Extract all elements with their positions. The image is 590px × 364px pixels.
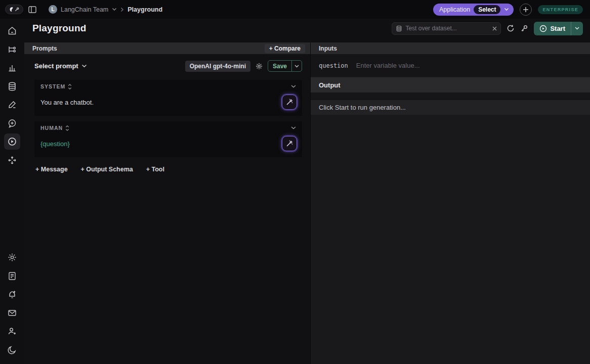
page-header: Playground bbox=[24, 19, 590, 38]
langsmith-logo[interactable] bbox=[5, 5, 23, 14]
model-badge[interactable]: OpenAI gpt-4o-mini bbox=[185, 61, 250, 72]
page-title: Playground bbox=[32, 23, 87, 34]
clear-x-icon[interactable] bbox=[492, 26, 497, 31]
sidebar-item-deployments[interactable] bbox=[4, 152, 20, 168]
application-select[interactable]: Application Select bbox=[433, 4, 514, 16]
message-card-human: HUMAN {question} bbox=[34, 121, 302, 157]
sidebar-item-invite[interactable] bbox=[4, 323, 20, 339]
select-prompt-dropdown[interactable]: Select prompt bbox=[34, 62, 87, 70]
trace-icon bbox=[7, 44, 17, 55]
breadcrumb: L LangChain Team Playground bbox=[49, 5, 162, 14]
role-label[interactable]: HUMAN bbox=[40, 125, 63, 131]
add-output-schema-button[interactable]: + Output Schema bbox=[81, 166, 133, 173]
chevron-down-icon bbox=[81, 64, 87, 68]
dark-mode-moon-icon bbox=[7, 345, 17, 355]
variable-value-input[interactable] bbox=[356, 62, 582, 69]
role-label[interactable]: SYSTEM bbox=[40, 83, 65, 89]
wand-icon bbox=[286, 99, 293, 106]
mail-icon bbox=[7, 308, 17, 318]
team-avatar: L bbox=[49, 5, 57, 14]
sidebar-item-playground[interactable] bbox=[4, 133, 20, 150]
output-area bbox=[311, 115, 590, 364]
invite-user-icon bbox=[7, 326, 17, 336]
home-icon bbox=[7, 26, 17, 36]
monitor-chart-icon bbox=[7, 63, 17, 73]
input-variable-row: question bbox=[311, 54, 590, 77]
refresh-icon[interactable] bbox=[507, 24, 515, 32]
datasets-icon bbox=[7, 81, 17, 92]
prompts-panel: Prompts + Compare Select prompt OpenAI g… bbox=[24, 42, 311, 364]
dataset-input[interactable] bbox=[405, 25, 489, 32]
prompts-panel-title: Prompts bbox=[32, 45, 57, 52]
inputs-output-panel: Inputs question Output Click Start to ru… bbox=[311, 42, 590, 364]
prompt-bubble-icon bbox=[7, 118, 17, 128]
role-selector[interactable]: HUMAN bbox=[40, 125, 69, 131]
sidebar-item-theme[interactable] bbox=[4, 342, 20, 358]
sidebar-toggle-icon[interactable] bbox=[28, 6, 36, 13]
output-gap bbox=[311, 93, 590, 100]
sort-icon[interactable] bbox=[65, 125, 69, 131]
output-placeholder: Click Start to run generation... bbox=[311, 100, 590, 115]
add-message-button[interactable]: + Message bbox=[35, 166, 68, 173]
wand-button[interactable] bbox=[282, 136, 297, 151]
variable-name: question bbox=[319, 62, 348, 69]
chevron-down-icon[interactable] bbox=[291, 85, 296, 88]
sidebar bbox=[0, 19, 24, 364]
sidebar-item-annotation[interactable] bbox=[4, 97, 20, 113]
message-content[interactable]: You are a chatbot. bbox=[40, 95, 94, 106]
model-settings-gear-icon[interactable] bbox=[255, 62, 263, 70]
sidebar-item-mail[interactable] bbox=[4, 305, 20, 321]
sidebar-item-home[interactable] bbox=[4, 23, 20, 39]
sidebar-item-tracing[interactable] bbox=[4, 41, 20, 58]
start-label: Start bbox=[550, 25, 565, 32]
chevron-down-icon[interactable] bbox=[291, 126, 296, 129]
play-circle-icon bbox=[539, 25, 547, 32]
chevron-right-icon bbox=[120, 7, 124, 12]
role-selector[interactable]: SYSTEM bbox=[40, 83, 72, 89]
docs-icon bbox=[7, 271, 17, 281]
sidebar-item-notifications[interactable] bbox=[4, 286, 20, 302]
dataset-select[interactable] bbox=[392, 22, 501, 35]
message-content[interactable]: {question} bbox=[40, 136, 70, 148]
compare-button[interactable]: + Compare bbox=[265, 44, 305, 53]
settings-gear-icon bbox=[7, 252, 17, 262]
topbar: L LangChain Team Playground Application … bbox=[0, 0, 590, 19]
application-value[interactable]: Select bbox=[474, 5, 500, 14]
deployments-icon bbox=[7, 155, 17, 165]
start-options-chevron[interactable] bbox=[571, 22, 583, 35]
message-card-system: SYSTEM You are a chatbot. bbox=[34, 80, 302, 116]
chevron-down-icon[interactable] bbox=[504, 8, 509, 11]
sidebar-item-settings[interactable] bbox=[4, 249, 20, 265]
breadcrumb-team[interactable]: LangChain Team bbox=[61, 6, 108, 13]
sort-icon[interactable] bbox=[68, 84, 72, 89]
enterprise-badge: ENTERPRISE bbox=[538, 5, 583, 14]
wand-button[interactable] bbox=[282, 95, 297, 110]
select-prompt-label: Select prompt bbox=[34, 62, 78, 70]
add-button[interactable] bbox=[520, 4, 532, 16]
chevron-down-icon[interactable] bbox=[112, 8, 117, 11]
application-label: Application bbox=[439, 6, 470, 13]
save-options-chevron[interactable] bbox=[291, 61, 302, 71]
sidebar-item-docs[interactable] bbox=[4, 268, 20, 284]
sidebar-item-monitoring[interactable] bbox=[4, 60, 20, 76]
playground-icon bbox=[7, 136, 17, 147]
add-tool-button[interactable]: + Tool bbox=[146, 166, 164, 173]
sidebar-item-prompts[interactable] bbox=[4, 115, 20, 131]
wand-icon bbox=[286, 140, 293, 147]
sidebar-item-datasets[interactable] bbox=[4, 78, 20, 95]
database-icon bbox=[396, 25, 402, 32]
start-button[interactable]: Start bbox=[534, 22, 583, 35]
parrot-icon bbox=[9, 7, 14, 12]
save-label[interactable]: Save bbox=[268, 63, 291, 70]
output-section-title: Output bbox=[311, 77, 590, 93]
wrench-icon bbox=[15, 7, 19, 12]
breadcrumb-page[interactable]: Playground bbox=[128, 6, 162, 13]
api-key-icon[interactable] bbox=[520, 24, 528, 32]
annotation-pen-icon bbox=[7, 100, 17, 110]
bell-plus-icon bbox=[7, 289, 17, 299]
save-button[interactable]: Save bbox=[268, 60, 302, 72]
inputs-panel-title: Inputs bbox=[319, 45, 337, 52]
